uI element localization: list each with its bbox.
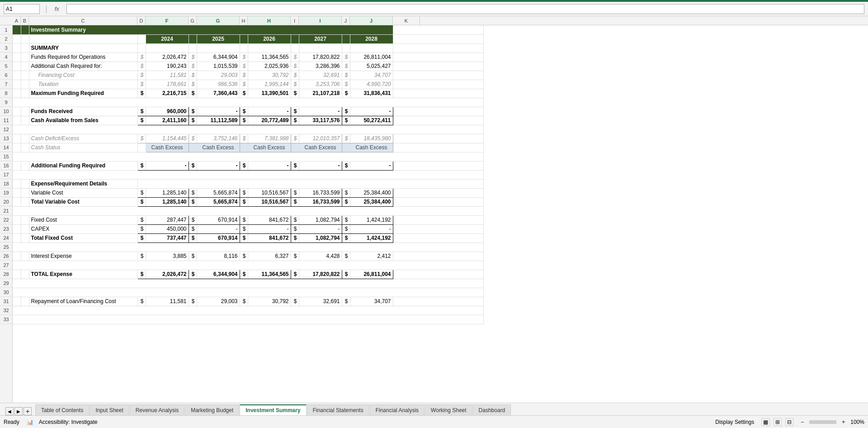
tab-dashboard[interactable]: Dashboard xyxy=(473,404,511,415)
cell-status3-14: Cash Excess xyxy=(248,143,291,152)
cell-dollar-6d: $ xyxy=(291,71,299,80)
cell-rest-28 xyxy=(393,270,483,279)
col-I-dollar: I xyxy=(291,16,299,25)
zoom-level: 100% xyxy=(850,419,864,425)
tab-marketing-budget[interactable]: Marketing Budget xyxy=(185,404,239,415)
sheet-nav-right[interactable]: ▶ xyxy=(14,407,23,415)
cell-dollar-7: $ xyxy=(137,80,146,89)
cell-dollar-24e: $ xyxy=(342,233,350,242)
row-26: Interest Expense $ 3,885 $ 8,116 $ 6,327… xyxy=(13,252,483,261)
cell-dollar-31d: $ xyxy=(291,297,299,306)
row-2: 2 xyxy=(0,34,12,43)
cell-a5 xyxy=(13,62,21,71)
cell-2024-23: 450,000 xyxy=(146,224,189,233)
main-grid[interactable]: Investment Summary 2024 2025 2026 2027 xyxy=(13,25,868,403)
tab-financial-analysis[interactable]: Financial Analysis xyxy=(370,404,425,415)
cell-f3 xyxy=(146,43,189,52)
cell-2024-26: 3,885 xyxy=(146,252,189,261)
year-2026: 2026 xyxy=(248,34,291,43)
tab-financial-statements[interactable]: Financial Statements xyxy=(307,404,369,415)
cell-2024-7: 178,661 xyxy=(146,80,189,89)
cell-2027-28: 17,820,822 xyxy=(299,270,342,279)
cell-2025-6: 29,003 xyxy=(197,71,240,80)
row-4: Funds Required for Operations $ 2,026,47… xyxy=(13,52,483,62)
row-17 xyxy=(13,170,483,179)
cell-dollar-31e: $ xyxy=(342,297,350,306)
cell-dollar-10d: $ xyxy=(291,107,299,116)
name-box[interactable] xyxy=(4,4,40,14)
cell-dollar-26e: $ xyxy=(342,252,350,261)
tab-investment-summary[interactable]: Investment Summary xyxy=(240,404,306,415)
cell-empty-12 xyxy=(13,125,483,134)
cell-d3 xyxy=(137,43,146,52)
cell-dollar-8d: $ xyxy=(291,89,299,98)
cell-2027-24: 1,082,794 xyxy=(299,233,342,242)
cell-b22 xyxy=(21,215,29,224)
cell-dollar-5d: $ xyxy=(291,62,299,71)
cell-dollar-11b: $ xyxy=(189,116,197,125)
zoom-out-icon[interactable]: − xyxy=(801,419,804,425)
cell-dollar-16d: $ xyxy=(291,161,299,170)
col-C: C xyxy=(29,16,137,25)
cell-label-14: Cash Status xyxy=(29,143,137,152)
cell-dollar-26c: $ xyxy=(240,252,248,261)
cell-empty-21 xyxy=(13,206,483,215)
cell-2024-24: 737,447 xyxy=(146,233,189,242)
cell-2027-10: - xyxy=(299,107,342,116)
cell-rest-24 xyxy=(393,233,483,242)
cell-2026-24: 841,672 xyxy=(248,233,291,242)
view-normal-icon[interactable]: ▦ xyxy=(761,418,770,426)
cell-dollar-4c: $ xyxy=(240,52,248,62)
add-sheet-button[interactable]: + xyxy=(24,407,32,415)
cell-2026-26: 6,327 xyxy=(248,252,291,261)
cell-a19 xyxy=(13,188,21,197)
view-page-break-icon[interactable]: ⊟ xyxy=(785,418,793,426)
formula-bar: | fx xyxy=(0,2,868,16)
cell-2027-5: 3,286,396 xyxy=(299,62,342,71)
cell-dollar-13d: $ xyxy=(291,134,299,143)
cell-rest-8 xyxy=(393,89,483,98)
cell-2024-22: 287,447 xyxy=(146,215,189,224)
status-bar: Ready 📊 Accessibility: Investigate Displ… xyxy=(0,415,868,428)
cell-h3 xyxy=(197,43,240,52)
tab-working-sheet[interactable]: Working Sheet xyxy=(425,404,472,415)
cell-dollar-5e: $ xyxy=(342,62,350,71)
tab-table-of-contents[interactable]: Table of Contents xyxy=(35,404,89,415)
cell-2028-6: 34,707 xyxy=(350,71,393,80)
col-H-dollar: H xyxy=(240,16,248,25)
cell-2024-20: 1,285,140 xyxy=(146,197,189,206)
cell-dollar-28c: $ xyxy=(240,270,248,279)
zoom-in-icon[interactable]: + xyxy=(842,419,845,425)
row-27 xyxy=(13,261,483,270)
view-layout-icon[interactable]: ⊞ xyxy=(774,418,782,426)
row-25 xyxy=(13,242,483,252)
cell-rest-1 xyxy=(393,25,483,34)
cell-dollar-8e: $ xyxy=(342,89,350,98)
formula-input[interactable] xyxy=(66,4,864,14)
cell-b1 xyxy=(21,25,29,34)
cell-dollar-7d: $ xyxy=(291,80,299,89)
col-J: J xyxy=(350,16,393,25)
cell-a6 xyxy=(13,71,21,80)
cell-status5-14: Cash Excess xyxy=(350,143,393,152)
cell-2024-16: - xyxy=(146,161,189,170)
col-J-dollar: J xyxy=(342,16,350,25)
cell-dollar-8c: $ xyxy=(240,89,248,98)
status-right: Display Settings ▦ ⊞ ⊟ − + 100% xyxy=(715,418,864,426)
row-5: Additional Cash Required for: $ 190,243 … xyxy=(13,62,483,71)
row-18: 18 xyxy=(0,179,12,188)
row-23: 23 xyxy=(0,224,12,233)
tab-input-sheet[interactable]: Input Sheet xyxy=(90,404,129,415)
cell-2028-20: 25,384,400 xyxy=(350,197,393,206)
cell-2026-10: - xyxy=(248,107,291,116)
tab-revenue-analysis[interactable]: Revenue Analysis xyxy=(130,404,184,415)
cell-label-8: Maximum Funding Required xyxy=(29,89,137,98)
cell-label-20: Total Variable Cost xyxy=(29,197,137,206)
row-29 xyxy=(13,279,483,288)
cell-dollar-13: $ xyxy=(137,134,146,143)
cell-rest-23 xyxy=(393,224,483,233)
sheet-nav-left[interactable]: ◀ xyxy=(5,407,14,415)
zoom-slider[interactable] xyxy=(809,420,836,424)
row-27: 27 xyxy=(0,261,12,270)
cell-2025-28: 6,344,904 xyxy=(197,270,240,279)
